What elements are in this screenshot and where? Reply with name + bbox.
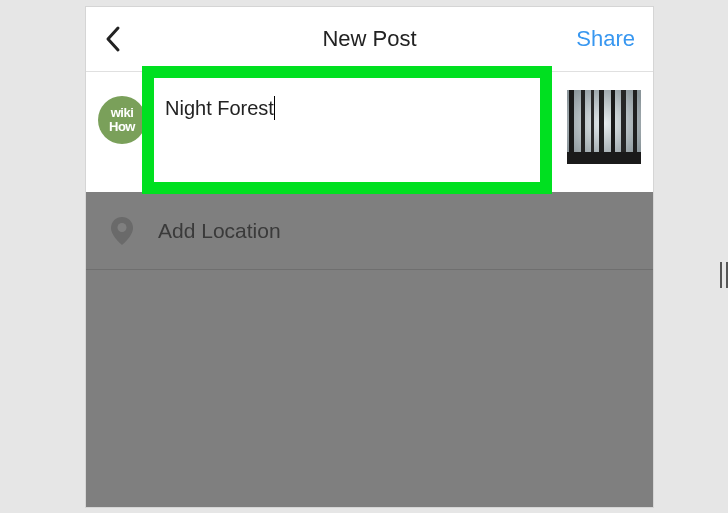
back-button[interactable] xyxy=(104,24,134,54)
side-mark xyxy=(720,262,728,288)
app-window: New Post Share wiki How Night Forest xyxy=(85,6,654,508)
post-thumbnail[interactable] xyxy=(567,90,641,164)
avatar-text-top: wiki xyxy=(111,106,134,119)
avatar[interactable]: wiki How xyxy=(98,96,146,144)
avatar-text-bottom: How xyxy=(109,119,135,135)
caption-highlight xyxy=(142,66,552,194)
options-panel: Add Location xyxy=(86,192,653,507)
forest-thumbnail-image xyxy=(567,90,641,164)
svg-rect-8 xyxy=(567,152,641,164)
location-pin-icon xyxy=(108,217,136,245)
chevron-left-icon xyxy=(104,25,122,53)
compose-area: wiki How Night Forest xyxy=(86,72,653,192)
caption-input[interactable]: Night Forest xyxy=(165,96,535,120)
text-caret xyxy=(274,96,276,120)
share-button[interactable]: Share xyxy=(576,26,635,52)
add-location-row[interactable]: Add Location xyxy=(86,192,653,270)
header: New Post Share xyxy=(86,7,653,72)
svg-point-9 xyxy=(118,223,127,232)
header-title: New Post xyxy=(322,26,416,52)
location-label: Add Location xyxy=(158,219,281,243)
caption-text: Night Forest xyxy=(165,97,274,120)
